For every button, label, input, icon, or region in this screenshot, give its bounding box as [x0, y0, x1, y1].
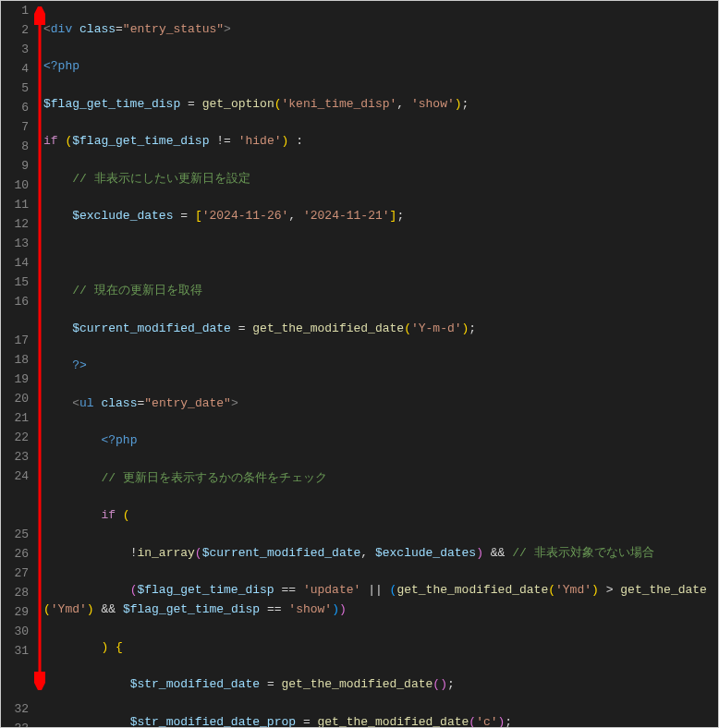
code-line[interactable]: <div class="entry_status"> [43, 19, 718, 39]
code-line[interactable]: ($flag_get_time_disp == 'update' || (get… [43, 580, 718, 619]
line-number: 24 [1, 467, 29, 525]
line-number: 12 [1, 214, 29, 234]
line-number: 13 [1, 234, 29, 253]
line-number: 11 [1, 195, 29, 214]
line-number: 8 [1, 137, 29, 156]
line-number: 2 [1, 20, 29, 40]
line-number: 20 [1, 389, 29, 408]
line-number: 18 [1, 350, 29, 370]
line-number: 28 [1, 583, 29, 602]
code-line[interactable] [43, 244, 718, 263]
line-number: 26 [1, 544, 29, 564]
line-number: 10 [1, 176, 29, 195]
code-line[interactable]: $current_modified_date = get_the_modifie… [43, 319, 718, 338]
line-number: 5 [1, 79, 29, 98]
code-line[interactable]: ) { [43, 637, 718, 657]
code-line[interactable]: if ( [43, 505, 718, 525]
line-number-gutter: 1234567891011121314151617181920212223242… [1, 1, 38, 727]
code-line[interactable]: // 非表示にしたい更新日を設定 [43, 169, 718, 188]
code-line[interactable]: $exclude_dates = ['2024-11-26', '2024-11… [43, 206, 718, 225]
line-number: 7 [1, 117, 29, 137]
line-number: 4 [1, 59, 29, 79]
line-number: 15 [1, 273, 29, 292]
line-number: 27 [1, 564, 29, 583]
line-number: 22 [1, 428, 29, 447]
code-line[interactable]: <?php [43, 56, 718, 76]
line-number: 23 [1, 447, 29, 467]
code-area[interactable]: <div class="entry_status"> <?php $flag_g… [38, 1, 718, 727]
line-number: 31 [1, 641, 29, 699]
code-line[interactable]: $flag_get_time_disp = get_option('keni_t… [43, 94, 718, 114]
line-number: 9 [1, 156, 29, 176]
line-number: 19 [1, 370, 29, 389]
code-line[interactable]: $str_modified_date = get_the_modified_da… [43, 674, 718, 694]
line-number: 6 [1, 98, 29, 117]
code-line[interactable]: if ($flag_get_time_disp != 'hide') : [43, 131, 718, 151]
code-line[interactable]: <?php [43, 431, 718, 450]
line-number: 29 [1, 602, 29, 622]
code-line[interactable]: <ul class="entry_date"> [43, 394, 718, 413]
code-line[interactable]: // 更新日を表示するかの条件をチェック [43, 468, 718, 488]
line-number: 32 [1, 699, 29, 719]
line-number: 3 [1, 40, 29, 59]
code-line[interactable]: // 現在の更新日を取得 [43, 281, 718, 300]
code-line[interactable]: !in_array($current_modified_date, $exclu… [43, 543, 718, 563]
line-number: 25 [1, 525, 29, 544]
code-editor[interactable]: 1234567891011121314151617181920212223242… [1, 1, 718, 727]
line-number: 14 [1, 253, 29, 273]
code-line[interactable]: $str_modified_date_prop = get_the_modifi… [43, 712, 718, 728]
line-number: 1 [1, 1, 29, 20]
line-number: 30 [1, 622, 29, 641]
line-number: 21 [1, 408, 29, 428]
line-number: 33 [1, 719, 29, 728]
line-number: 17 [1, 331, 29, 350]
line-number: 16 [1, 292, 29, 331]
code-line[interactable]: ?> [43, 356, 718, 375]
